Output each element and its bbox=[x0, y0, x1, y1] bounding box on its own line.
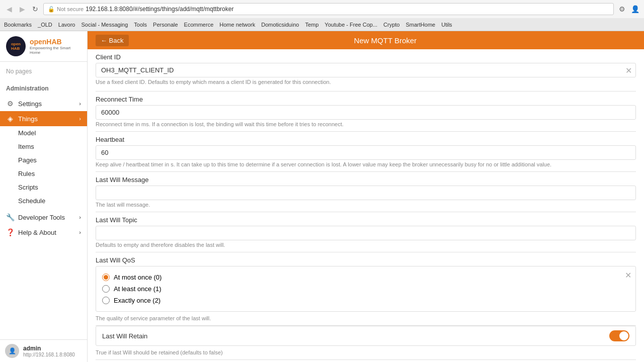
app-container: openHAB openHAB Empowering the Smart Hom… bbox=[0, 31, 644, 362]
sidebar-item-developer-tools[interactable]: 🔧 Developer Tools › bbox=[0, 210, 87, 225]
bookmark-tools[interactable]: Tools bbox=[134, 22, 147, 28]
pages-label: Pages bbox=[18, 156, 37, 164]
last-will-topic-label: Last Will Topic bbox=[96, 212, 636, 226]
qos-option-2[interactable]: Exactly once (2) bbox=[102, 295, 629, 306]
settings-icon: ⚙ bbox=[6, 100, 14, 108]
client-id-hint: Use a fixed client ID. Defaults to empty… bbox=[96, 77, 636, 89]
help-icon: ❓ bbox=[6, 228, 14, 236]
main-content: Client ID ✕ Use a fixed client ID. Defau… bbox=[88, 49, 644, 362]
browser-reload-btn[interactable]: ↻ bbox=[30, 4, 40, 14]
client-id-label: Client ID bbox=[96, 49, 636, 63]
last-will-qos-field: Last Will QoS ✕ At most once (0) At leas… bbox=[96, 252, 636, 325]
qos-option-0[interactable]: At most once (0) bbox=[102, 272, 629, 283]
qos-radio-group: ✕ At most once (0) At least once (1) Exa… bbox=[96, 266, 636, 312]
heartbeat-input[interactable] bbox=[96, 145, 636, 160]
bookmark-crypto[interactable]: Crypto bbox=[383, 22, 399, 28]
last-will-message-label: Last Will Message bbox=[96, 172, 636, 186]
browser-chrome: ◀ ▶ ↻ 🔓 Not secure 192.168.1.8:8080/#/se… bbox=[0, 0, 644, 31]
last-will-message-field: Last Will Message The last will message. bbox=[96, 171, 636, 212]
client-id-input[interactable] bbox=[96, 63, 636, 77]
reconnect-time-label: Reconnect Time bbox=[96, 92, 636, 105]
sidebar-item-schedule[interactable]: Schedule bbox=[0, 194, 87, 208]
bookmark-old[interactable]: _OLD bbox=[38, 22, 52, 28]
sidebar: openHAB openHAB Empowering the Smart Hom… bbox=[0, 31, 88, 362]
client-id-clear-btn[interactable]: ✕ bbox=[625, 65, 632, 75]
profile-btn[interactable]: 👤 bbox=[630, 4, 640, 14]
sidebar-item-help[interactable]: ❓ Help & About › bbox=[0, 225, 87, 240]
bookmark-social[interactable]: Social - Messaging bbox=[81, 22, 128, 28]
bookmark-personale[interactable]: Personale bbox=[153, 22, 178, 28]
last-will-retain-field: Last Will Retain True if last Will shoul… bbox=[96, 325, 636, 359]
last-will-retain-hint: True if last Will should be retained (de… bbox=[96, 348, 636, 359]
sidebar-item-items[interactable]: Items bbox=[0, 140, 87, 153]
user-avatar: 👤 bbox=[5, 344, 19, 358]
back-button[interactable]: ← Back bbox=[96, 35, 129, 46]
logo-icon: openHAB bbox=[6, 36, 26, 56]
bookmark-utils[interactable]: Utils bbox=[441, 22, 452, 28]
developer-arrow: › bbox=[79, 214, 81, 220]
sidebar-item-settings[interactable]: ⚙ Settings › bbox=[0, 96, 87, 111]
bookmark-smarthome[interactable]: SmartHome bbox=[406, 22, 436, 28]
not-secure-icon: 🔓 bbox=[48, 6, 55, 13]
sidebar-item-scripts[interactable]: Scripts bbox=[0, 180, 87, 194]
address-bar[interactable]: 🔓 Not secure 192.168.1.8:8080/#/settings… bbox=[43, 3, 614, 15]
bookmark-lavoro[interactable]: Lavoro bbox=[58, 22, 75, 28]
last-will-message-hint: The last will message. bbox=[96, 200, 636, 212]
qos-clear-btn[interactable]: ✕ bbox=[625, 270, 631, 280]
rules-label: Rules bbox=[18, 170, 35, 177]
reconnect-time-field: Reconnect Time Reconnect time in ms. If … bbox=[96, 91, 636, 131]
client-id-field: Client ID ✕ Use a fixed client ID. Defau… bbox=[96, 49, 636, 89]
last-will-retain-toggle[interactable] bbox=[609, 330, 629, 341]
browser-forward-btn[interactable]: ▶ bbox=[17, 4, 27, 14]
help-label: Help & About bbox=[18, 229, 56, 236]
last-will-qos-label: Last Will QoS bbox=[96, 252, 636, 266]
sidebar-item-pages[interactable]: Pages bbox=[0, 153, 87, 167]
page-title: New MQTT Broker bbox=[135, 36, 636, 45]
things-label: Things bbox=[18, 115, 38, 123]
sidebar-item-model[interactable]: Model bbox=[0, 126, 87, 140]
last-will-message-input[interactable] bbox=[96, 186, 636, 200]
username-label: Username bbox=[96, 360, 636, 362]
schedule-label: Schedule bbox=[18, 197, 45, 205]
bookmark-bookmarks[interactable]: Bookmarks bbox=[4, 22, 32, 28]
qos-radio-0[interactable] bbox=[102, 274, 110, 281]
qos-option-1[interactable]: At least once (1) bbox=[102, 283, 629, 295]
help-arrow: › bbox=[79, 229, 81, 235]
bookmark-youtube[interactable]: Youtube - Free Cop... bbox=[325, 22, 377, 28]
user-info: admin http://192.168.1.8:8080 bbox=[23, 345, 75, 357]
heartbeat-field: Heartbeat Keep alive / heartbeat timer i… bbox=[96, 131, 636, 171]
qos-hint: The quality of service parameter of the … bbox=[96, 314, 636, 325]
developer-icon: 🔧 bbox=[6, 213, 14, 221]
reconnect-time-input[interactable] bbox=[96, 105, 636, 120]
logo-sub: Empowering the Smart Home bbox=[30, 46, 81, 55]
settings-label: Settings bbox=[18, 100, 42, 108]
heartbeat-hint: Keep alive / heartbeat timer in s. It ca… bbox=[96, 160, 636, 171]
bookmark-home-network[interactable]: Home network bbox=[219, 22, 255, 28]
qos-radio-1[interactable] bbox=[102, 285, 110, 293]
qos-label-0: At most once (0) bbox=[114, 274, 162, 281]
items-label: Items bbox=[18, 143, 34, 150]
administration-label: Administration bbox=[0, 81, 87, 96]
bookmarks-bar: Bookmarks _OLD Lavoro Social - Messaging… bbox=[0, 18, 644, 31]
browser-back-btn[interactable]: ◀ bbox=[4, 4, 14, 14]
url-text: 192.168.1.8:8080/#/settings/things/add/m… bbox=[86, 6, 233, 13]
toggle-knob bbox=[619, 331, 628, 340]
client-id-input-wrapper: ✕ bbox=[96, 63, 636, 77]
no-pages-label: No pages bbox=[0, 62, 87, 81]
sidebar-item-rules[interactable]: Rules bbox=[0, 167, 87, 180]
bookmark-ecommerce[interactable]: Ecommerce bbox=[184, 22, 214, 28]
user-name: admin bbox=[23, 345, 75, 352]
last-will-retain-toggle-row: Last Will Retain bbox=[96, 326, 636, 346]
username-field: Username The MQTT username bbox=[96, 359, 636, 362]
qos-radio-2[interactable] bbox=[102, 297, 110, 304]
logo-text: openHAB bbox=[30, 38, 81, 46]
reconnect-time-hint: Reconnect time in ms. If a connection is… bbox=[96, 120, 636, 131]
bookmark-temp[interactable]: Temp bbox=[305, 22, 318, 28]
extensions-btn[interactable]: ⚙ bbox=[617, 4, 627, 14]
last-will-topic-field: Last Will Topic Defaults to empty and th… bbox=[96, 212, 636, 252]
topbar: ← Back New MQTT Broker bbox=[88, 31, 644, 49]
qos-label-1: At least once (1) bbox=[114, 285, 162, 293]
bookmark-domotics[interactable]: Domoticsiduino bbox=[261, 22, 299, 28]
sidebar-item-things[interactable]: ◈ Things › bbox=[0, 111, 87, 126]
last-will-topic-input[interactable] bbox=[96, 226, 636, 240]
